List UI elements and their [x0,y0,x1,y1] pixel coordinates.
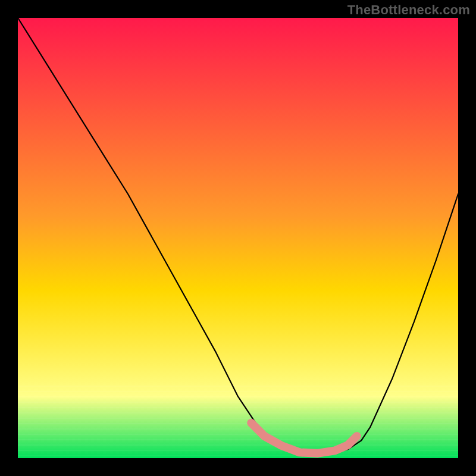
bottleneck-chart [0,0,476,476]
chart-container: TheBottleneck.com [0,0,476,476]
watermark-text: TheBottleneck.com [347,2,470,18]
plot-background [18,18,458,458]
